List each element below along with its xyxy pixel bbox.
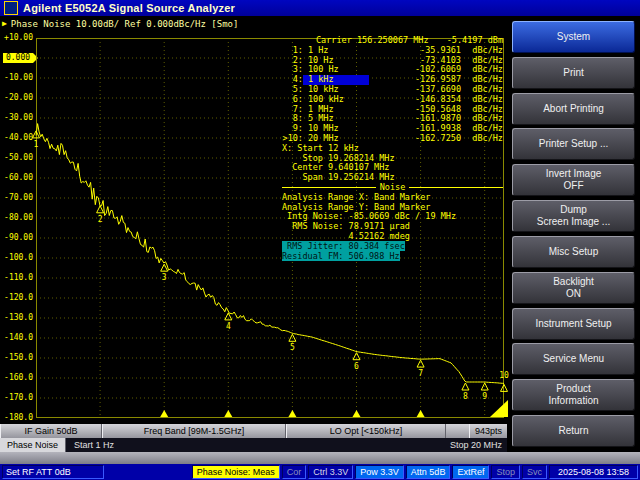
y-axis-tick-label: -130.0 <box>0 313 33 323</box>
y-axis-tick-label: -160.0 <box>0 373 33 383</box>
trace-marker-label: 1 <box>34 140 39 149</box>
softkey-system[interactable]: System <box>512 21 635 53</box>
softkey-menu: SystemPrintAbort PrintingPrinter Setup .… <box>507 16 640 452</box>
status-segments: Phase Noise: MeasCorCtrl 3.3VPow 3.3VAtt… <box>192 465 638 479</box>
axis-marker[interactable] <box>353 410 361 417</box>
window-title: Agilent E5052A Signal Source Analyzer <box>23 2 235 14</box>
softkey-return[interactable]: Return <box>512 415 635 447</box>
y-axis-tick-label: -60.00 <box>0 173 33 183</box>
bezel-strip <box>0 452 640 464</box>
noise-analysis-results: Analysis Range X: Band MarkerAnalysis Ra… <box>282 193 503 262</box>
status-2025-08-08-13-58: 2025-08-08 13:58 <box>549 465 638 479</box>
trace-marker-8[interactable] <box>462 383 469 390</box>
trace-marker-label: 5 <box>290 343 295 352</box>
y-axis-tick-label: +10.00 <box>0 33 33 43</box>
status-pow-3-3v[interactable]: Pow 3.3V <box>355 465 404 479</box>
softkey-service-menu[interactable]: Service Menu <box>512 343 635 375</box>
title-bar: Agilent E5052A Signal Source Analyzer <box>0 0 640 16</box>
y-axis-tick-label: -20.00 <box>0 93 33 103</box>
trace-marker-label: 4 <box>226 322 231 331</box>
trace-marker-label: 6 <box>354 362 359 371</box>
marker-table: 1:1 Hz-35.9361dBc/Hz2:10 Hz-73.4103dBc/H… <box>282 46 503 144</box>
y-axis-tick-label: -140.0 <box>0 333 33 343</box>
settings-status-row: IF Gain 50dBFreq Band [99M-1.5GHz]LO Opt… <box>0 424 507 438</box>
trace-marker-2[interactable] <box>97 206 104 213</box>
sweep-row: Phase Noise Start 1 Hz Stop 20 MHz <box>0 438 507 452</box>
measurement-area: ▶ Phase Noise 10.00dB/ Ref 0.000dBc/Hz [… <box>0 16 507 452</box>
softkey-product-information[interactable]: ProductInformation <box>512 379 635 411</box>
y-axis-tick-label: -40.00 <box>0 133 33 143</box>
trace-tab-phase-noise[interactable]: Phase Noise <box>0 438 66 452</box>
setting-freq-band-99m-1-5ghz: Freq Band [99M-1.5GHz] <box>102 424 286 438</box>
sweep-stop-label: Stop 20 MHz <box>450 438 507 452</box>
softkey-backlight-on[interactable]: BacklightON <box>512 272 635 304</box>
y-axis-tick-label: -170.0 <box>0 393 33 403</box>
y-axis-tick-label: -90.00 <box>0 233 33 243</box>
softkey-instrument-setup[interactable]: Instrument Setup <box>512 308 635 340</box>
softkey-abort-printing[interactable]: Abort Printing <box>512 93 635 125</box>
instrument-screen: Agilent E5052A Signal Source Analyzer ▶ … <box>0 0 640 480</box>
y-axis-tick-label: -70.00 <box>0 193 33 203</box>
softkey-printer-setup[interactable]: Printer Setup ... <box>512 128 635 160</box>
sweep-points: 943pts <box>469 424 507 438</box>
band-marker-stop-indicator[interactable] <box>490 400 508 417</box>
status-message: Set RF ATT 0dB <box>2 465 104 479</box>
trace-scale-label: Phase Noise 10.00dB/ Ref 0.000dBc/Hz [Sm… <box>11 19 239 29</box>
sweep-start-label: Start 1 Hz <box>66 438 450 452</box>
carrier-frequency: Carrier 156.250067 MHz <box>316 36 429 46</box>
trace-marker-label: 10 <box>499 371 509 380</box>
y-axis-tick-label: -10.00 <box>0 73 33 83</box>
softkey-invert-image-off[interactable]: Invert ImageOFF <box>512 164 635 196</box>
y-axis-tick-label: -30.00 <box>0 113 33 123</box>
trace-marker-label: 9 <box>482 392 487 401</box>
softkey-dump-screen-image[interactable]: DumpScreen Image ... <box>512 200 635 232</box>
app-icon <box>4 1 18 15</box>
x-axis-readout: X: Start 12 kHz Stop 19.268214 MHz Cente… <box>282 144 503 183</box>
status-attn-5db[interactable]: Attn 5dB <box>406 465 451 479</box>
trace-marker-label: 3 <box>162 273 167 282</box>
phase-noise-graph[interactable]: +10.000.000-10.00-20.00-30.00-40.00-50.0… <box>0 32 507 424</box>
y-axis-tick-label: -50.00 <box>0 153 33 163</box>
status-extref[interactable]: ExtRef <box>452 465 489 479</box>
trace-marker-label: 8 <box>463 392 468 401</box>
axis-marker[interactable] <box>160 410 168 417</box>
status-ctrl-3-3v[interactable]: Ctrl 3.3V <box>308 465 353 479</box>
softkey-misc-setup[interactable]: Misc Setup <box>512 236 635 268</box>
trace-marker-label: 7 <box>418 369 423 378</box>
y-axis-tick-label: -80.00 <box>0 213 33 223</box>
status-cor[interactable]: Cor <box>282 465 307 479</box>
axis-marker[interactable] <box>417 410 425 417</box>
axis-marker[interactable] <box>288 410 296 417</box>
y-axis-tick-label: -180.0 <box>0 413 33 423</box>
setting-if-gain-50db: IF Gain 50dB <box>0 424 102 438</box>
softkey-print[interactable]: Print <box>512 57 635 89</box>
status-stop[interactable]: Stop <box>491 465 520 479</box>
reference-level-label: 0.000 <box>3 53 33 63</box>
y-axis-tick-label: -100.0 <box>0 253 33 263</box>
status-svc[interactable]: Svc <box>522 465 547 479</box>
status-phase-noise-meas[interactable]: Phase Noise: Meas <box>192 465 280 479</box>
analysis-line: Residual FM: 506.988 Hz <box>282 252 503 262</box>
trace-marker-label: 2 <box>98 215 103 224</box>
y-axis-tick-label: -150.0 <box>0 353 33 363</box>
trace-select-arrow-icon: ▶ <box>2 20 7 28</box>
setting-lo-opt-150khz: LO Opt [<150kHz] <box>286 424 446 438</box>
measurement-readout: Carrier 156.250067 MHz -5.4197 dBm 1:1 H… <box>282 36 503 261</box>
axis-marker[interactable] <box>224 410 232 417</box>
y-axis-tick-label: -120.0 <box>0 293 33 303</box>
status-bar: Set RF ATT 0dB Phase Noise: MeasCorCtrl … <box>0 464 640 480</box>
trace-header: ▶ Phase Noise 10.00dB/ Ref 0.000dBc/Hz [… <box>0 16 507 32</box>
y-axis-tick-label: -110.0 <box>0 273 33 283</box>
